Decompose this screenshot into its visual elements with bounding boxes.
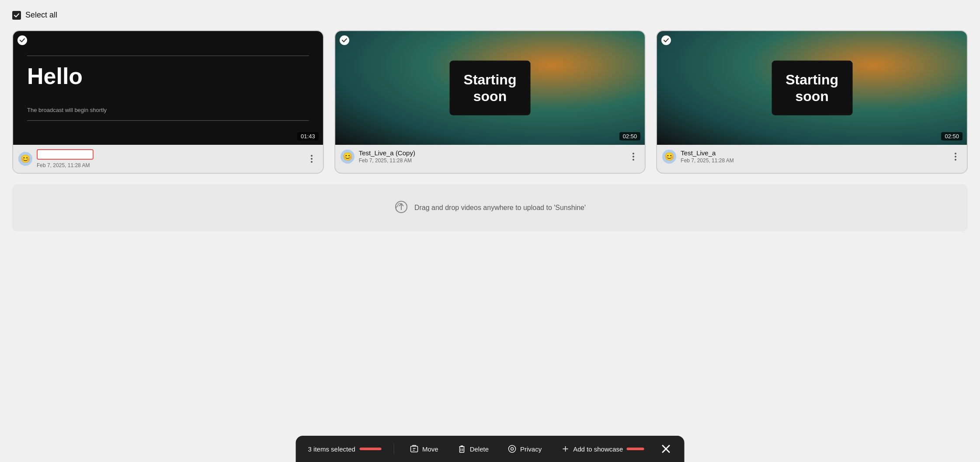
svg-point-6 — [509, 445, 516, 452]
card-3-date: Feb 7, 2025, 11:28 AM — [681, 158, 945, 164]
card-2-thumbnail: Startingsoon 02:50 — [335, 31, 645, 145]
card-3-thumbnail: Startingsoon 02:50 — [657, 31, 967, 145]
select-all-checkbox[interactable] — [12, 11, 21, 20]
toolbar-delete-label: Delete — [470, 445, 489, 453]
toolbar-privacy-button[interactable]: Privacy — [504, 443, 545, 455]
card-2-avatar: 😊 — [341, 150, 354, 164]
toolbar-move-label: Move — [422, 445, 438, 453]
card-2-title: Test_Live_a (Copy) — [359, 149, 623, 157]
toolbar-add-showcase-label: Add to showcase — [573, 445, 623, 453]
card-3[interactable]: Startingsoon 02:50 😊 Test_Live_a Feb 7, … — [656, 30, 968, 174]
card-2-check[interactable] — [340, 35, 349, 45]
card-2-more-button[interactable] — [627, 150, 639, 163]
card-3-starting-text: Startingsoon — [785, 71, 838, 105]
upload-icon — [394, 200, 408, 216]
card-1-avatar: 😊 — [18, 152, 32, 166]
card-3-duration: 02:50 — [941, 132, 963, 140]
toolbar-selected-bar — [360, 448, 382, 450]
select-all-row: Select all — [12, 10, 968, 20]
toolbar-delete-button[interactable]: Delete — [454, 443, 492, 455]
card-1-title-redacted — [37, 149, 94, 160]
card-1-info: 😊 Feb 7, 2025, 11:28 AM — [13, 145, 323, 173]
select-all-label: Select all — [25, 10, 57, 20]
card-1-meta: Feb 7, 2025, 11:28 AM — [37, 149, 301, 168]
card-1-date: Feb 7, 2025, 11:28 AM — [37, 162, 301, 168]
toolbar-add-showcase-button[interactable]: Add to showcase — [557, 443, 647, 455]
card-2-duration: 02:50 — [619, 132, 641, 140]
card-3-avatar: 😊 — [662, 150, 676, 164]
toolbar-move-button[interactable]: Move — [407, 443, 442, 455]
upload-zone[interactable]: Drag and drop videos anywhere to upload … — [12, 184, 968, 231]
hello-text: Hello — [27, 63, 83, 89]
card-1-duration: 01:43 — [297, 132, 319, 140]
card-1-thumbnail: Hello The broadcast will begin shortly 0… — [13, 31, 323, 145]
bottom-toolbar: 3 items selected Move Delete Privacy — [296, 436, 685, 462]
card-2[interactable]: Startingsoon 02:50 😊 Test_Live_a (Copy) … — [334, 30, 646, 174]
upload-text: Drag and drop videos anywhere to upload … — [414, 204, 586, 212]
card-1-subtitle: The broadcast will begin shortly — [27, 107, 107, 113]
svg-point-7 — [511, 448, 514, 450]
card-1-check[interactable] — [17, 35, 27, 45]
toolbar-selected-label: 3 items selected — [308, 445, 355, 453]
card-1[interactable]: Hello The broadcast will begin shortly 0… — [12, 30, 324, 174]
svg-rect-2 — [411, 446, 418, 452]
card-2-starting-text: Startingsoon — [464, 71, 517, 105]
card-2-date: Feb 7, 2025, 11:28 AM — [359, 158, 623, 164]
toolbar-privacy-label: Privacy — [520, 445, 542, 453]
card-3-meta: Test_Live_a Feb 7, 2025, 11:28 AM — [681, 149, 945, 164]
toolbar-divider-1 — [394, 444, 394, 454]
card-3-info: 😊 Test_Live_a Feb 7, 2025, 11:28 AM — [657, 145, 967, 168]
card-2-info: 😊 Test_Live_a (Copy) Feb 7, 2025, 11:28 … — [335, 145, 645, 168]
card-2-meta: Test_Live_a (Copy) Feb 7, 2025, 11:28 AM — [359, 149, 623, 164]
cards-grid: Hello The broadcast will begin shortly 0… — [12, 30, 968, 174]
card-3-title: Test_Live_a — [681, 149, 945, 157]
card-1-more-button[interactable] — [306, 153, 318, 165]
showcase-mini-bar — [626, 448, 644, 450]
svg-rect-3 — [460, 447, 464, 452]
toolbar-close-button[interactable] — [660, 443, 672, 455]
card-3-more-button[interactable] — [949, 150, 962, 163]
toolbar-selected-info: 3 items selected — [308, 445, 382, 453]
